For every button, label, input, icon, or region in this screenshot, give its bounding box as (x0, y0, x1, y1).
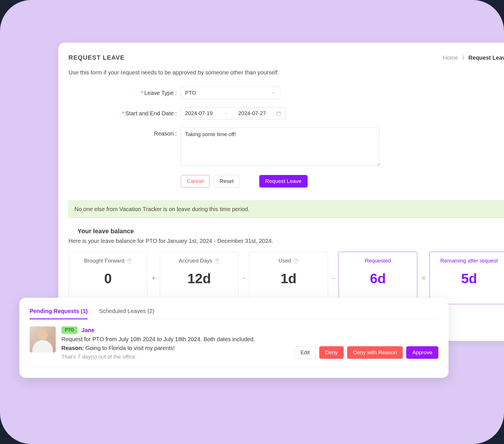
reason-textarea[interactable] (181, 128, 380, 166)
balance-card-requested: Requested 6d (339, 252, 418, 304)
leave-type-select[interactable]: PTO (181, 87, 280, 99)
request-leave-panel: REQUEST LEAVE Home / Request Leave Use t… (58, 43, 504, 341)
balance-card-accrued: Accrued Days? 12d (160, 252, 239, 304)
request-reason: Reason: Going to Florida to visit my par… (61, 345, 289, 351)
breadcrumb-separator: / (462, 55, 464, 61)
svg-rect-0 (277, 112, 281, 115)
avatar (30, 326, 56, 353)
date-range-picker[interactable]: 2024-07-19 → 2024-07-27 (181, 107, 285, 120)
breadcrumb-current: Request Leave (468, 55, 504, 61)
start-date-value: 2024-07-19 (185, 110, 213, 116)
tab-pending[interactable]: Pending Requests (1) (30, 304, 88, 319)
cancel-button[interactable]: Cancel (181, 175, 210, 187)
help-icon[interactable]: ? (127, 258, 132, 263)
reset-button[interactable]: Reset (213, 175, 240, 187)
balance-card-used: Used? 1d (249, 252, 328, 304)
breadcrumb-home[interactable]: Home (443, 55, 458, 61)
balance-card-remaining: Remaining after request 5d (430, 252, 504, 304)
edit-button[interactable]: Edit (294, 346, 316, 359)
request-item: PTO Jane Request for PTO from July 10th … (30, 320, 438, 367)
deny-button[interactable]: Deny (319, 346, 344, 359)
request-description: Request for PTO from July 10th 2024 to J… (61, 336, 289, 343)
requester-name[interactable]: Jane (82, 327, 95, 333)
reason-label: Reason : (69, 128, 181, 137)
page-title: REQUEST LEAVE (69, 54, 125, 61)
leave-type-label: *Leave Type : (69, 90, 181, 96)
minus-operator: - (332, 274, 335, 282)
calendar-icon (276, 111, 281, 116)
date-label: *Start and End Date : (69, 110, 181, 117)
minus-operator: - (243, 274, 245, 282)
request-leave-button[interactable]: Request Leave (259, 175, 308, 187)
plus-operator: + (152, 274, 156, 282)
info-banner: No one else from Vacation Tracker is on … (69, 201, 504, 218)
deny-with-reason-button[interactable]: Deny with Reason (347, 346, 403, 359)
app-background: REQUEST LEAVE Home / Request Leave Use t… (0, 0, 504, 444)
leave-type-value: PTO (185, 90, 196, 96)
tabs: Pending Requests (1) Scheduled Leaves (2… (30, 304, 438, 320)
breadcrumb: Home / Request Leave (443, 55, 504, 61)
leave-type-badge: PTO (61, 326, 78, 334)
balance-row: Brought Forward? 0 + Accrued Days? 12d -… (69, 252, 504, 304)
approve-button[interactable]: Approve (406, 346, 438, 359)
tab-scheduled[interactable]: Scheduled Leaves (2) (99, 304, 154, 319)
chevron-down-icon (271, 90, 276, 95)
end-date-value: 2024-07-27 (238, 110, 266, 116)
pending-requests-panel: Pending Requests (1) Scheduled Leaves (2… (19, 298, 449, 378)
equals-operator: = (421, 274, 426, 282)
help-icon[interactable]: ? (293, 258, 298, 263)
balance-card-brought-forward: Brought Forward? 0 (69, 252, 148, 304)
balance-subtitle: Here is your leave balance for PTO for J… (69, 238, 504, 244)
balance-title: Your leave balance (78, 228, 504, 235)
help-icon[interactable]: ? (215, 258, 220, 263)
request-days: That's 7 day(s) out of the office. (61, 354, 289, 360)
form-subtitle: Use this form if your request needs to b… (69, 69, 504, 76)
arrow-right-icon: → (223, 110, 228, 116)
